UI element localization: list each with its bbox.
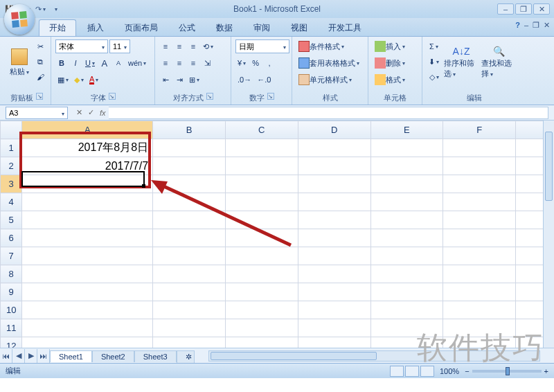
select-all-button[interactable] xyxy=(1,121,22,139)
cell[interactable] xyxy=(22,265,153,283)
view-layout-button[interactable] xyxy=(405,366,419,377)
cell[interactable] xyxy=(298,319,370,337)
cell[interactable] xyxy=(153,229,226,247)
enter-icon[interactable]: ✓ xyxy=(88,108,94,117)
row-header-5[interactable]: 5 xyxy=(1,211,22,229)
tab-review[interactable]: 审阅 xyxy=(244,20,280,36)
cell[interactable] xyxy=(443,175,516,193)
cell[interactable] xyxy=(225,193,298,211)
scrollbar-thumb[interactable] xyxy=(545,132,553,201)
cell[interactable] xyxy=(370,193,443,211)
row-header-9[interactable]: 9 xyxy=(1,283,22,301)
align-middle-button[interactable]: ≡ xyxy=(173,39,186,53)
col-header-d[interactable]: D xyxy=(298,121,370,139)
cell[interactable] xyxy=(370,247,443,265)
vertical-scrollbar[interactable] xyxy=(543,121,554,348)
cell[interactable] xyxy=(443,211,516,229)
row-header-7[interactable]: 7 xyxy=(1,247,22,265)
cell[interactable] xyxy=(153,157,226,175)
format-painter-button[interactable]: 🖌 xyxy=(34,70,46,84)
sheet-tab-2[interactable]: Sheet2 xyxy=(92,350,134,362)
align-left-button[interactable]: ≡ xyxy=(159,56,172,70)
percent-button[interactable]: % xyxy=(249,56,262,70)
horizontal-scrollbar[interactable] xyxy=(208,350,540,362)
cell-styles-button[interactable]: 单元格样式 xyxy=(296,73,366,87)
cell[interactable] xyxy=(443,337,516,348)
cell[interactable] xyxy=(153,265,226,283)
cell[interactable] xyxy=(153,193,226,211)
cell[interactable] xyxy=(443,229,516,247)
cell[interactable] xyxy=(153,283,226,301)
name-box[interactable]: A3 xyxy=(6,107,68,119)
cell[interactable] xyxy=(22,337,153,348)
cell[interactable] xyxy=(22,211,153,229)
tab-insert[interactable]: 插入 xyxy=(78,20,114,36)
cell[interactable] xyxy=(370,301,443,319)
cell[interactable] xyxy=(298,157,370,175)
row-header-3[interactable]: 3 xyxy=(1,175,22,193)
phonetic-button[interactable]: wén xyxy=(126,56,148,70)
cell[interactable] xyxy=(153,319,226,337)
accounting-format-button[interactable]: ¥ xyxy=(235,56,248,70)
tab-developer[interactable]: 开发工具 xyxy=(319,20,371,36)
cell-a2[interactable]: 2017/7/7 xyxy=(22,157,153,175)
underline-button[interactable]: U xyxy=(83,56,97,70)
cell[interactable] xyxy=(443,157,516,175)
zoom-track[interactable] xyxy=(472,370,542,373)
cell[interactable] xyxy=(298,193,370,211)
merge-button[interactable]: ⊞ xyxy=(187,73,202,87)
find-select-button[interactable]: 🔍 查找和选择 xyxy=(481,39,516,85)
tab-data[interactable]: 数据 xyxy=(206,20,242,36)
cell[interactable] xyxy=(370,211,443,229)
align-bottom-button[interactable]: ≡ xyxy=(187,39,199,53)
cell[interactable] xyxy=(443,319,516,337)
cell[interactable] xyxy=(370,139,443,157)
redo-button[interactable]: ↷ xyxy=(35,3,46,15)
formula-input[interactable] xyxy=(109,107,548,119)
cell[interactable] xyxy=(225,265,298,283)
row-header-12[interactable]: 12 xyxy=(1,337,22,348)
sheet-tab-1[interactable]: Sheet1 xyxy=(50,350,92,362)
col-header-f[interactable]: F xyxy=(443,121,516,139)
cell[interactable] xyxy=(22,283,153,301)
sheet-tab-3[interactable]: Sheet3 xyxy=(134,350,177,362)
sort-filter-button[interactable]: A↓Z 排序和筛选 xyxy=(444,39,479,85)
cell[interactable] xyxy=(298,229,370,247)
format-as-table-button[interactable]: 套用表格格式 xyxy=(296,56,366,70)
clear-button[interactable]: ◇ xyxy=(427,70,441,84)
cells-table[interactable]: A B C D E F 12017年8月8日 22017/7/7 3 4 5 6… xyxy=(0,121,554,348)
cell[interactable] xyxy=(298,175,370,193)
cancel-icon[interactable]: ✕ xyxy=(76,108,82,117)
fill-button[interactable]: ⬇ xyxy=(427,55,441,69)
increase-decimal-button[interactable]: .0→ xyxy=(235,73,253,87)
cell[interactable] xyxy=(225,229,298,247)
col-header-c[interactable]: C xyxy=(225,121,298,139)
mdi-minimize-button[interactable]: – xyxy=(524,21,528,30)
italic-button[interactable]: I xyxy=(69,56,82,70)
cell[interactable] xyxy=(370,337,443,348)
copy-button[interactable]: ⧉ xyxy=(34,55,46,69)
row-header-4[interactable]: 4 xyxy=(1,193,22,211)
col-header-b[interactable]: B xyxy=(153,121,226,139)
align-center-button[interactable]: ≡ xyxy=(173,56,186,70)
dialog-launcher[interactable]: ↘ xyxy=(109,93,116,100)
cell[interactable] xyxy=(370,283,443,301)
cell[interactable] xyxy=(370,157,443,175)
zoom-out-button[interactable]: − xyxy=(465,367,469,375)
sheet-nav-next[interactable]: ▶ xyxy=(25,349,37,363)
cell[interactable] xyxy=(225,157,298,175)
cell[interactable] xyxy=(153,247,226,265)
cell[interactable] xyxy=(153,337,226,348)
cell[interactable] xyxy=(22,229,153,247)
minimize-button[interactable]: – xyxy=(497,3,514,15)
cell[interactable] xyxy=(22,193,153,211)
cell[interactable] xyxy=(298,265,370,283)
cell[interactable] xyxy=(443,301,516,319)
col-header-e[interactable]: E xyxy=(370,121,443,139)
tab-page-layout[interactable]: 页面布局 xyxy=(115,20,168,36)
tab-formulas[interactable]: 公式 xyxy=(169,20,205,36)
col-header-a[interactable]: A xyxy=(22,121,153,139)
grow-font-button[interactable]: A xyxy=(98,56,111,70)
fx-icon[interactable]: fx xyxy=(100,109,106,117)
cell[interactable] xyxy=(443,247,516,265)
